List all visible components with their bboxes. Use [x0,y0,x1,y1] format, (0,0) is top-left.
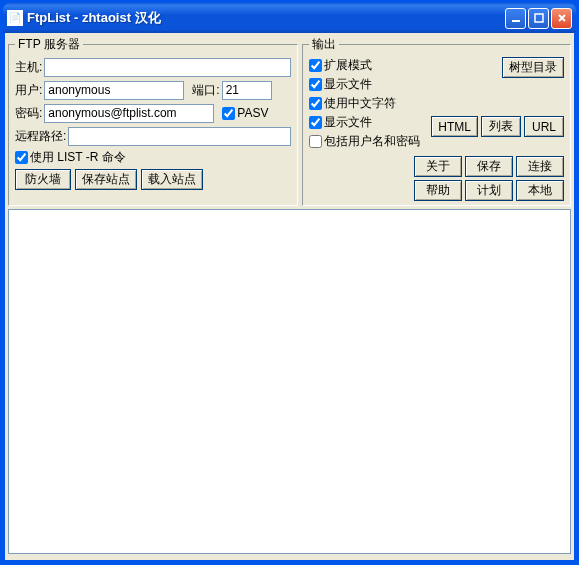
save-button[interactable]: 保存 [465,156,513,177]
help-button[interactable]: 帮助 [414,180,462,201]
plan-button[interactable]: 计划 [465,180,513,201]
include-userpass-checkbox[interactable] [309,135,322,148]
url-button[interactable]: URL [524,116,564,137]
window-title: FtpList - zhtaoist 汉化 [27,9,505,27]
about-button[interactable]: 关于 [414,156,462,177]
app-icon: 📄 [7,10,23,26]
output-legend: 输出 [309,36,339,53]
use-list-r-checkbox[interactable] [15,151,28,164]
firewall-button[interactable]: 防火墙 [15,169,71,190]
pasv-label: PASV [237,106,268,120]
minimize-button[interactable] [505,8,526,29]
load-site-button[interactable]: 载入站点 [141,169,203,190]
include-userpass-label: 包括用户名和密码 [324,133,420,150]
show-files-2-label: 显示文件 [324,114,372,131]
ext-mode-label: 扩展模式 [324,57,372,74]
show-files-2-checkbox[interactable] [309,116,322,129]
close-button[interactable] [551,8,572,29]
user-label: 用户: [15,82,42,99]
window-buttons [505,8,572,29]
port-label: 端口: [192,82,219,99]
list-button[interactable]: 列表 [481,116,521,137]
show-files-1-label: 显示文件 [324,76,372,93]
titlebar: 📄 FtpList - zhtaoist 汉化 [3,3,576,33]
local-button[interactable]: 本地 [516,180,564,201]
ext-mode-checkbox[interactable] [309,59,322,72]
use-chinese-label: 使用中文字符 [324,95,396,112]
client-area: FTP 服务器 主机: 用户: 端口: 密码: PASV [3,33,576,562]
ftp-server-group: FTP 服务器 主机: 用户: 端口: 密码: PASV [8,36,298,206]
connect-button[interactable]: 连接 [516,156,564,177]
show-files-1-checkbox[interactable] [309,78,322,91]
host-input[interactable] [44,58,291,77]
tree-button[interactable]: 树型目录 [502,57,564,78]
ftp-server-legend: FTP 服务器 [15,36,83,53]
pasv-checkbox[interactable] [222,107,235,120]
output-textarea[interactable] [8,209,571,554]
password-label: 密码: [15,105,42,122]
remote-path-label: 远程路径: [15,128,66,145]
password-input[interactable] [44,104,214,123]
remote-path-input[interactable] [68,127,291,146]
output-group: 输出 扩展模式 显示文件 使用中文字符 [302,36,571,206]
save-site-button[interactable]: 保存站点 [75,169,137,190]
port-input[interactable] [222,81,272,100]
top-panel: FTP 服务器 主机: 用户: 端口: 密码: PASV [8,36,571,206]
use-chinese-checkbox[interactable] [309,97,322,110]
html-button[interactable]: HTML [431,116,478,137]
host-label: 主机: [15,59,42,76]
svg-rect-0 [512,20,520,22]
use-list-r-label: 使用 LIST -R 命令 [30,149,126,166]
svg-rect-1 [535,14,543,22]
maximize-button[interactable] [528,8,549,29]
user-input[interactable] [44,81,184,100]
